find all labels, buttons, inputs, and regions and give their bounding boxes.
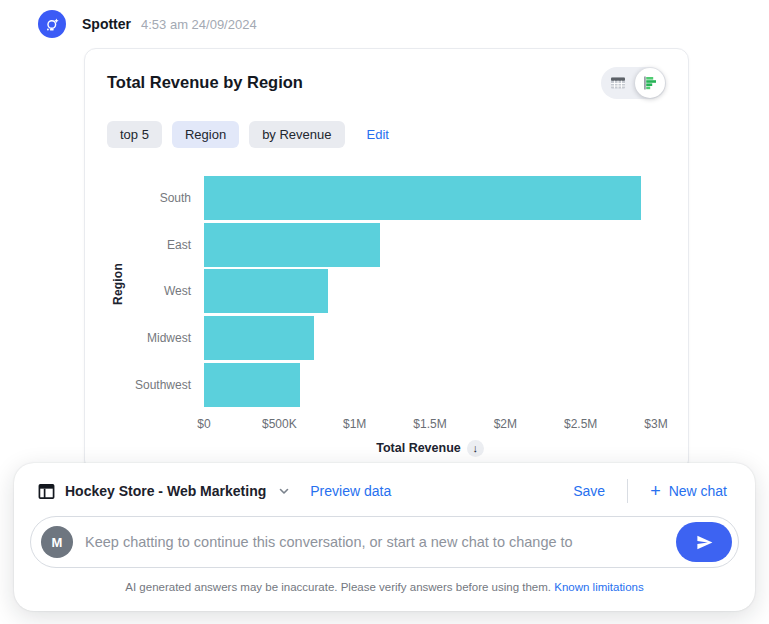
category-label: Southwest (107, 378, 204, 392)
bar-midwest[interactable] (204, 316, 314, 360)
query-chips: top 5 Region by Revenue Edit (107, 121, 666, 148)
chat-header: Spotter 4:53 am 24/09/2024 (38, 10, 257, 38)
datasource-group: Hockey Store - Web Marketing Preview dat… (38, 483, 391, 500)
x-axis-label: Total Revenue (376, 441, 461, 455)
bar-track (204, 223, 656, 267)
bar-southwest[interactable] (204, 363, 300, 407)
x-tick: $2M (494, 417, 517, 431)
bar-track (204, 363, 656, 407)
card-header: Total Revenue by Region (107, 69, 666, 99)
category-label: East (107, 238, 204, 252)
chart-rows: SouthEastWestMidwestSouthwest (107, 175, 666, 408)
bar-chart-icon (642, 75, 658, 91)
footer-actions: Save + New chat (573, 479, 727, 503)
x-tick: $2.5M (564, 417, 597, 431)
new-chat-label: New chat (669, 483, 727, 499)
chip-top-5[interactable]: top 5 (107, 121, 162, 148)
bar-west[interactable] (204, 269, 328, 313)
preview-data-link[interactable]: Preview data (310, 483, 391, 499)
bar-chart: Region SouthEastWestMidwestSouthwest $0$… (107, 175, 666, 457)
chart-row: Southwest (107, 361, 666, 408)
answer-card: Total Revenue by Region (84, 48, 689, 472)
spotter-avatar (38, 10, 66, 38)
chip-by-revenue[interactable]: by Revenue (249, 121, 344, 148)
bar-east[interactable] (204, 223, 380, 267)
y-axis-label: Region (111, 263, 125, 305)
chart-row: West (107, 268, 666, 315)
chart-view-button[interactable] (635, 68, 665, 98)
chart-row: East (107, 222, 666, 269)
plus-icon: + (650, 484, 661, 498)
chat-input[interactable] (85, 534, 676, 550)
chat-footer-panel: Hockey Store - Web Marketing Preview dat… (14, 463, 755, 611)
chart-title: Total Revenue by Region (107, 69, 303, 92)
app-name: Spotter (82, 16, 131, 32)
message-timestamp: 4:53 am 24/09/2024 (141, 17, 257, 32)
disclaimer-text: AI generated answers may be inaccurate. … (125, 581, 551, 593)
view-toggle (601, 67, 666, 99)
x-tick: $0 (197, 417, 210, 431)
chart-row: Midwest (107, 315, 666, 362)
category-label: South (107, 191, 204, 205)
sort-descending-icon[interactable]: ↓ (467, 440, 484, 457)
x-axis-ticks: $0$500K$1M$1.5M$2M$2.5M$3M (204, 417, 656, 431)
datasource-name[interactable]: Hockey Store - Web Marketing (65, 483, 266, 499)
table-view-icon (610, 75, 626, 91)
x-tick: $500K (262, 417, 297, 431)
x-tick: $1M (343, 417, 366, 431)
category-label: Midwest (107, 331, 204, 345)
x-axis-title: Total Revenue ↓ (204, 440, 656, 457)
lightbulb-sparkle-icon (44, 16, 61, 33)
bar-track (204, 176, 656, 220)
x-tick: $1.5M (413, 417, 446, 431)
x-tick: $3M (644, 417, 667, 431)
chip-region[interactable]: Region (172, 121, 239, 148)
footer-toolbar: Hockey Store - Web Marketing Preview dat… (14, 463, 755, 503)
new-chat-button[interactable]: + New chat (650, 483, 727, 499)
table-view-button[interactable] (603, 69, 633, 97)
save-button[interactable]: Save (573, 483, 605, 499)
user-avatar: M (41, 526, 73, 558)
chevron-down-icon[interactable] (278, 485, 290, 497)
bar-track (204, 269, 656, 313)
known-limitations-link[interactable]: Known limitations (554, 581, 643, 593)
chart-row: South (107, 175, 666, 222)
toolbar-divider (627, 479, 628, 503)
send-plane-icon (695, 533, 714, 552)
send-button[interactable] (676, 522, 732, 562)
ai-disclaimer: AI generated answers may be inaccurate. … (14, 581, 755, 593)
worksheet-icon (38, 483, 55, 500)
chat-input-container: M (30, 516, 739, 568)
bar-track (204, 316, 656, 360)
edit-link[interactable]: Edit (367, 127, 389, 142)
bar-south[interactable] (204, 176, 641, 220)
